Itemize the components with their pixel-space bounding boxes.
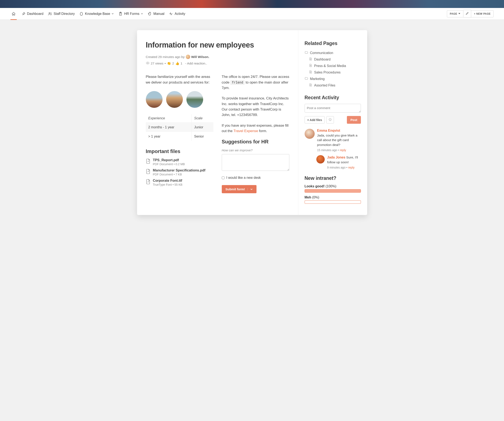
table-row: 2 months - 1 year Junior [146, 123, 213, 132]
travel-expense-link[interactable]: Travel Expense [234, 129, 258, 133]
page-icon [309, 64, 312, 68]
nav-staff-directory[interactable]: Staff Directory [48, 12, 75, 16]
file-name: TPS_Report.pdf [153, 158, 185, 162]
nav-dashboard[interactable]: Dashboard [21, 12, 43, 16]
nav-home[interactable] [11, 12, 17, 20]
poll-heading: New intranet? [305, 175, 361, 181]
thumb-emoji: 👍 [175, 61, 179, 65]
comment-input[interactable] [305, 104, 361, 113]
views-count: 27 views [151, 61, 163, 65]
add-reaction-button[interactable]: - Add reaction.. [185, 61, 207, 65]
hand-icon [148, 12, 152, 16]
nav-hr-forms[interactable]: HR Forms [118, 12, 143, 16]
thumb-count: 1 [180, 61, 182, 65]
comment-author[interactable]: Emma Enqvist [317, 129, 361, 133]
office-info-1: The office is open 24/7. Please use acce… [222, 74, 289, 91]
new-desk-label: I would like a new desk [226, 176, 261, 180]
related-folder[interactable]: Marketing [305, 76, 361, 82]
new-page-button[interactable]: + NEW PAGE [471, 10, 493, 17]
related-folder[interactable]: Communication [305, 50, 361, 56]
office-info-3: If you have any travel expenses, please … [222, 123, 289, 134]
reply-author[interactable]: Jada Jones [327, 156, 345, 159]
pushpin-icon [21, 12, 25, 16]
file-meta: PDF Document • 7 KB [153, 173, 205, 176]
comment: Emma Enqvist Jada, could you give Mark a… [305, 129, 361, 152]
file-name: Corporate Font.ttf [153, 179, 182, 183]
top-navigation: Dashboard Staff Directory Knowledge Base… [0, 8, 504, 20]
new-desk-checkbox[interactable] [222, 177, 224, 179]
heartbeat-icon [169, 12, 173, 16]
page-dropdown-button[interactable]: PAGE [447, 10, 463, 17]
location-image-3 [186, 91, 203, 108]
file-icon [146, 158, 150, 165]
hero-banner [0, 0, 504, 8]
experience-table: Experience Scale 2 months - 1 year Junio… [146, 114, 213, 141]
author-name[interactable]: Will Wilson. [191, 55, 210, 59]
views-row: 27 views • 👏 2 👍 1 - Add reaction.. [146, 61, 289, 66]
chevron-down-icon [247, 188, 253, 190]
related-pages-heading: Related Pages [305, 41, 361, 46]
nav-kb-label: Knowledge Base [85, 12, 110, 16]
page-icon [309, 57, 312, 61]
triangle-down-icon [458, 12, 461, 15]
home-icon [12, 12, 16, 16]
submit-label: Submit form! [226, 187, 245, 191]
pencil-icon [466, 12, 469, 16]
table-row: > 1 year Senior [146, 132, 213, 141]
related-page[interactable]: Assorted Files [305, 82, 361, 89]
clap-emoji: 👏 [167, 61, 171, 65]
add-files-button[interactable]: + Add files [305, 116, 325, 123]
nav-staff-label: Staff Directory [54, 12, 75, 16]
suggestions-textarea[interactable] [222, 154, 289, 171]
submit-button[interactable]: Submit form! [222, 185, 257, 193]
author-avatar [186, 55, 190, 59]
reply-avatar [316, 155, 325, 164]
access-code: fr1end [230, 80, 245, 85]
recent-activity-heading: Recent Activity [305, 95, 361, 100]
post-button[interactable]: Post [347, 116, 361, 124]
eye-icon [146, 61, 150, 66]
emoji-button[interactable] [326, 116, 334, 123]
svg-point-3 [147, 63, 148, 64]
file-meta: PDF Document • 0.2 MB [153, 162, 185, 166]
svg-point-0 [49, 12, 50, 14]
file-icon [146, 179, 150, 185]
file-icon [146, 168, 150, 175]
folder-icon [305, 51, 308, 55]
nav-manual[interactable]: Manual [148, 12, 164, 16]
poll-bar-fill [305, 189, 361, 192]
page-btn-label: PAGE [450, 12, 457, 15]
poll-option[interactable]: Looks good! (100%) [305, 184, 361, 193]
chevron-down-icon [112, 12, 114, 16]
important-files-heading: Important files [146, 148, 213, 154]
reply-link[interactable]: reply [348, 166, 354, 169]
file-meta: TrueType Font • 55 KB [153, 183, 182, 186]
poll-option[interactable]: Meh (0%) [305, 195, 361, 204]
th-experience: Experience [146, 114, 192, 123]
file-item[interactable]: Corporate Font.ttf TrueType Font • 55 KB [146, 179, 213, 186]
comment-text: Jada, could you give Mark a call about t… [317, 133, 361, 147]
th-scale: Scale [192, 114, 213, 123]
file-item[interactable]: Manufacturer Specifications.pdf PDF Docu… [146, 168, 213, 176]
created-text: Created 29 minutes ago by [146, 55, 185, 59]
related-page[interactable]: Sales Procedures [305, 69, 361, 76]
page-title: Information for new employees [146, 41, 289, 49]
edit-button[interactable] [463, 10, 471, 18]
svg-point-5 [330, 119, 330, 119]
suggestions-heading: Suggestions for HR [222, 139, 289, 145]
intro-paragraph: Please familiarize yourself with the are… [146, 74, 213, 85]
new-page-label: + NEW PAGE [474, 12, 491, 15]
chevron-down-icon [141, 12, 143, 16]
reply-meta: 9 minutes ago • reply [327, 166, 361, 169]
nav-activity[interactable]: Activity [169, 12, 185, 16]
related-page[interactable]: Dashboard [305, 56, 361, 63]
file-name: Manufacturer Specifications.pdf [153, 168, 205, 172]
page-icon [309, 83, 312, 87]
svg-point-6 [330, 119, 331, 119]
location-image-1 [146, 91, 162, 108]
related-page[interactable]: Press & Social Media [305, 63, 361, 69]
office-info-2: To provide travel insurance, City Archit… [222, 96, 289, 118]
file-item[interactable]: TPS_Report.pdf PDF Document • 0.2 MB [146, 158, 213, 166]
nav-knowledge-base[interactable]: Knowledge Base [79, 12, 114, 16]
reply-link[interactable]: reply [340, 148, 346, 152]
